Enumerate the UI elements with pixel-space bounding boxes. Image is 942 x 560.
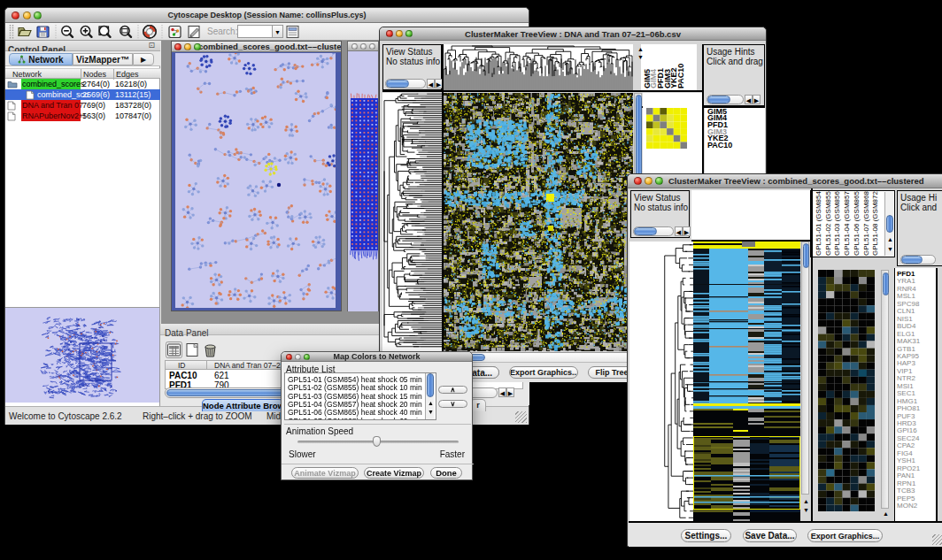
svg-text:GPL51-07 (GSM868): GPL51-07 (GSM868) — [862, 191, 870, 256]
svg-text:GPL51-01 (GSM854): GPL51-01 (GSM854) — [815, 191, 822, 256]
svg-text:GPL51-03 (GSM856): GPL51-03 (GSM856) — [833, 191, 841, 256]
svg-text:GPL51-06 (GSM865): GPL51-06 (GSM865) — [853, 191, 861, 256]
svg-text:PAC10: PAC10 — [676, 64, 685, 88]
svg-text:GPL51-02 (GSM855): GPL51-02 (GSM855) — [824, 191, 832, 256]
svg-text:GPL51-08 (GSM872): GPL51-08 (GSM872) — [871, 191, 879, 256]
svg-text:GPL51-04 (GSM857): GPL51-04 (GSM857) — [843, 191, 851, 256]
